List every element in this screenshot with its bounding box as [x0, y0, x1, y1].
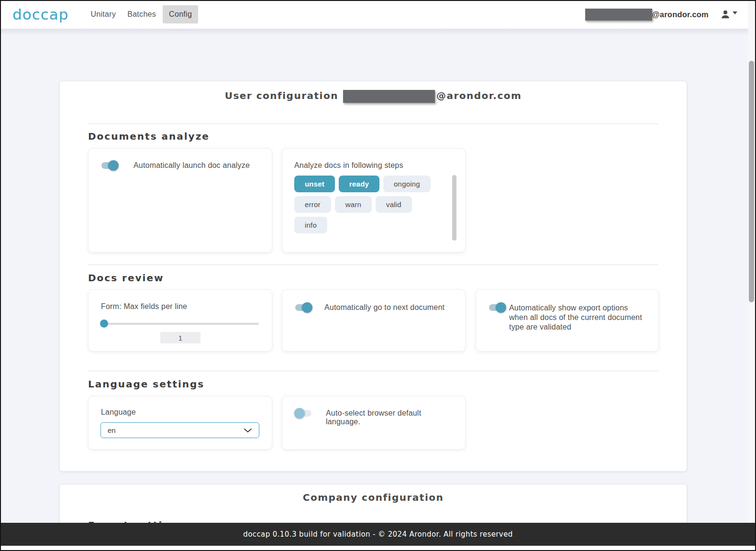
section-heading-documents-analyze: Documents analyze	[88, 131, 210, 142]
divider	[88, 371, 658, 371]
toggle-thumb	[302, 302, 312, 313]
language-card: Language en	[88, 396, 272, 450]
chips-scrollbar[interactable]	[452, 175, 456, 241]
analyze-steps-label: Analyze docs in following steps	[294, 161, 403, 170]
main-nav: Unitary Batches Config	[86, 5, 198, 23]
auto-browser-language-toggle[interactable]	[294, 408, 312, 419]
page-scrollbar[interactable]	[748, 1, 755, 550]
step-chip-info[interactable]: info	[294, 217, 327, 233]
step-chip-unset[interactable]: unset	[294, 176, 335, 192]
company-configuration-card: Company configuration Export settings	[60, 485, 687, 523]
user-email-domain: @arondor.com	[652, 10, 709, 19]
user-menu-button[interactable]	[720, 9, 737, 20]
auto-next-label: Automatically go to next document	[324, 303, 445, 312]
nav-item-config[interactable]: Config	[163, 5, 198, 23]
toggle-thumb	[108, 160, 119, 171]
user-configuration-card: User configuration@arondor.com Documents…	[60, 81, 687, 471]
nav-item-unitary[interactable]: Unitary	[86, 5, 121, 23]
auto-launch-card: Automatically launch doc analyze	[88, 148, 272, 253]
page-scrollbar-thumb[interactable]	[749, 61, 754, 302]
toggle-thumb	[496, 302, 506, 313]
user-config-title: User configuration@arondor.com	[60, 90, 687, 103]
max-fields-slider-thumb[interactable]	[100, 320, 108, 328]
page: doccap Unitary Batches Config @arondor.c…	[0, 0, 756, 551]
auto-launch-label: Automatically launch doc analyze	[133, 161, 250, 170]
auto-next-card: Automatically go to next document	[282, 289, 466, 352]
footer-text: doccap 0.10.3 build for validation - © 2…	[243, 530, 512, 539]
language-label: Language	[101, 408, 136, 417]
auto-export-toggle[interactable]	[488, 302, 506, 313]
section-heading-partial: Export settings	[88, 519, 185, 523]
company-config-title: Company configuration	[60, 492, 687, 503]
step-chip-valid[interactable]: valid	[376, 196, 412, 213]
max-fields-slider-track[interactable]	[101, 323, 259, 325]
doccap-logo[interactable]: doccap	[12, 6, 68, 23]
nav-item-batches[interactable]: Batches	[122, 5, 161, 23]
person-icon	[720, 9, 731, 20]
user-config-title-text: User configuration	[225, 90, 338, 101]
section-heading-docs-review: Docs review	[88, 272, 164, 284]
step-chip-ready[interactable]: ready	[339, 176, 379, 192]
max-fields-label: Form: Max fields per line	[101, 302, 187, 311]
toggle-thumb	[294, 408, 305, 419]
redacted-username	[585, 9, 652, 21]
auto-export-label: Automatically show export options when a…	[509, 303, 648, 332]
top-nav-bar: doccap Unitary Batches Config @arondor.c…	[0, 0, 748, 29]
max-fields-card: Form: Max fields per line 1	[88, 289, 272, 352]
redacted-user-email	[343, 90, 435, 103]
auto-browser-language-label: Auto-select browser default language.	[326, 409, 457, 426]
analyze-steps-card: Analyze docs in following steps unsetrea…	[282, 148, 466, 253]
analyze-steps-chip-list: unsetreadyongoingerrorwarnvalidinfo	[294, 176, 443, 233]
chevron-down-icon	[244, 428, 252, 433]
language-select[interactable]: en	[100, 422, 259, 438]
language-select-value: en	[108, 426, 116, 434]
auto-next-toggle[interactable]	[294, 302, 312, 313]
step-chip-warn[interactable]: warn	[335, 196, 372, 213]
step-chip-error[interactable]: error	[294, 196, 331, 213]
max-fields-value: 1	[160, 332, 200, 343]
divider	[88, 264, 658, 265]
auto-export-card: Automatically show export options when a…	[476, 289, 659, 352]
auto-launch-toggle[interactable]	[100, 160, 119, 171]
chevron-down-icon	[733, 11, 737, 14]
user-config-title-domain: @arondor.com	[436, 90, 522, 101]
section-heading-language-settings: Language settings	[88, 378, 204, 390]
header-user-area: @arondor.com	[585, 9, 737, 21]
step-chip-ongoing[interactable]: ongoing	[383, 176, 431, 192]
divider	[88, 123, 658, 124]
header-shadow	[0, 29, 748, 35]
footer-bottom-strip	[0, 546, 756, 551]
auto-browser-language-card: Auto-select browser default language.	[282, 396, 466, 450]
footer-bar: doccap 0.10.3 build for validation - © 2…	[0, 523, 756, 546]
